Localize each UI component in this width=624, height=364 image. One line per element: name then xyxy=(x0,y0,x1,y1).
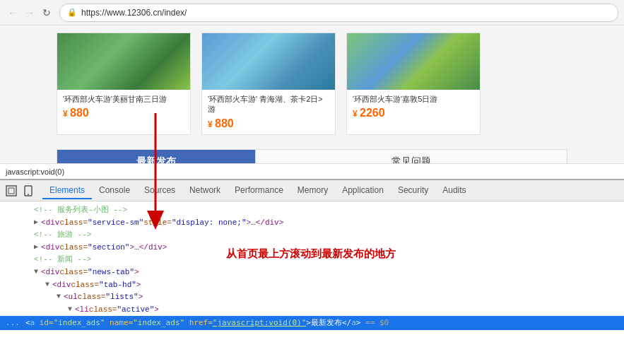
code-line-7[interactable]: ▼ <div class="tab-hd"> xyxy=(0,279,624,292)
tour-image-1 xyxy=(57,33,190,90)
forward-button[interactable]: → xyxy=(23,6,37,20)
tab-faq[interactable]: 常见问题 xyxy=(255,150,567,163)
devtools-tab-network[interactable]: Network xyxy=(182,182,228,199)
tour-title-2: '环西部火车游' 青海湖、茶卡2日>游 xyxy=(208,94,329,115)
code-line-1[interactable]: <!-- 服务列表-小图 --> xyxy=(0,204,624,217)
tour-price-1: ¥ 880 xyxy=(63,107,184,119)
tab-container: 最新发布 常见问题 xyxy=(57,149,567,163)
lock-icon: 🔒 xyxy=(67,8,77,17)
devtools-tab-application[interactable]: Application xyxy=(335,182,391,199)
device-toggle-button[interactable] xyxy=(21,184,35,198)
code-line-2[interactable]: ▶ <div class="service-sm" style="display… xyxy=(0,217,624,230)
tour-img-blue xyxy=(202,33,335,90)
toggle-6[interactable]: ▼ xyxy=(34,266,38,278)
yuan-sign-2: ¥ xyxy=(208,119,215,129)
tour-card-1[interactable]: '环西部火车游'美丽甘南三日游 ¥ 880 xyxy=(57,33,191,135)
toggle-4[interactable]: ▶ xyxy=(34,242,38,253)
devtools-panel: Elements Console Sources Network Perform… xyxy=(0,179,624,333)
devtools-tab-elements[interactable]: Elements xyxy=(42,182,92,199)
toggle-2[interactable]: ▶ xyxy=(34,217,38,228)
code-line-9[interactable]: ▼ <li class="active"> xyxy=(0,304,624,317)
tour-price-2: ¥ 880 xyxy=(208,117,329,130)
svg-rect-0 xyxy=(6,186,16,196)
devtools-tab-performance[interactable]: Performance xyxy=(228,182,290,199)
code-line-8[interactable]: ▼ <ul class="lists"> xyxy=(0,291,624,304)
inspect-element-button[interactable] xyxy=(4,184,18,198)
code-comment-5: <!-- 新闻 --> xyxy=(34,254,91,266)
toggle-8[interactable]: ▼ xyxy=(57,291,61,303)
code-line-4[interactable]: ▶ <div class="section">…</div> xyxy=(0,242,624,254)
code-comment-3: <!-- 旅游 --> xyxy=(34,229,91,242)
code-highlighted-content: <a id="index_ads" name="index_ads" href=… xyxy=(25,317,389,329)
svg-rect-1 xyxy=(8,188,14,194)
toggle-7[interactable]: ▼ xyxy=(45,279,49,290)
tour-title-3: '环西部火车游'嘉敦5日游 xyxy=(353,94,474,104)
tour-title-1: '环西部火车游'美丽甘南三日游 xyxy=(63,94,184,104)
yuan-sign-1: ¥ xyxy=(63,109,70,119)
devtools-tab-audits[interactable]: Audits xyxy=(435,182,473,199)
code-line-highlighted[interactable]: ... <a id="index_ads" name="index_ads" h… xyxy=(0,316,624,330)
tour-image-3 xyxy=(347,33,480,90)
tour-info-1: '环西部火车游'美丽甘南三日游 ¥ 880 xyxy=(57,90,190,124)
url-text: https://www.12306.cn/index/ xyxy=(81,8,187,18)
code-dots: ... xyxy=(6,317,20,329)
devtools-tab-console[interactable]: Console xyxy=(92,182,137,199)
address-bar[interactable]: 🔒 https://www.12306.cn/index/ xyxy=(59,4,618,22)
devtools-toolbar: Elements Console Sources Network Perform… xyxy=(0,180,624,201)
status-bar: javascript:void(0) xyxy=(0,163,624,179)
code-comment-1: <!-- 服务列表-小图 --> xyxy=(34,204,127,217)
tour-img-mixed xyxy=(347,33,480,90)
status-text: javascript:void(0) xyxy=(6,168,64,176)
devtools-tab-sources[interactable]: Sources xyxy=(137,182,182,199)
news-section: 最新发布 常见问题 ■ 公告 2020-03-16 ■ 关于优化电子客票退票流 … xyxy=(0,149,624,163)
yuan-sign-3: ¥ xyxy=(353,109,360,119)
devtools-tabs: Elements Console Sources Network Perform… xyxy=(42,182,473,199)
toggle-9[interactable]: ▼ xyxy=(68,304,72,315)
tour-card-2[interactable]: '环西部火车游' 青海湖、茶卡2日>游 ¥ 880 xyxy=(201,33,336,135)
nav-buttons: ← → ↻ xyxy=(6,6,54,20)
code-line-3[interactable]: <!-- 旅游 --> xyxy=(0,229,624,242)
website-content: '环西部火车游'美丽甘南三日游 ¥ 880 '环西部火车游' 青海湖、茶卡2日>… xyxy=(0,25,624,163)
tour-img-green xyxy=(57,33,190,90)
code-line-6[interactable]: ▼ <div class="news-tab"> xyxy=(0,266,624,279)
tour-card-3[interactable]: '环西部火车游'嘉敦5日游 ¥ 2260 xyxy=(346,33,481,135)
devtools-code: <!-- 服务列表-小图 --> ▶ <div class="service-s… xyxy=(0,201,624,333)
tour-image-2 xyxy=(202,33,335,90)
inspect-icon xyxy=(6,185,17,196)
tour-price-3: ¥ 2260 xyxy=(353,107,474,119)
back-button[interactable]: ← xyxy=(6,6,20,20)
tour-cards: '环西部火车游'美丽甘南三日游 ¥ 880 '环西部火车游' 青海湖、茶卡2日>… xyxy=(0,25,624,142)
tour-info-2: '环西部火车游' 青海湖、茶卡2日>游 ¥ 880 xyxy=(202,90,335,134)
tour-info-3: '环西部火车游'嘉敦5日游 ¥ 2260 xyxy=(347,90,480,124)
tab-latest[interactable]: 最新发布 xyxy=(57,150,255,163)
refresh-button[interactable]: ↻ xyxy=(40,6,54,20)
code-line-5[interactable]: <!-- 新闻 --> xyxy=(0,254,624,266)
svg-point-3 xyxy=(28,194,29,195)
devtools-tab-security[interactable]: Security xyxy=(391,182,435,199)
devtools-tab-memory[interactable]: Memory xyxy=(290,182,335,199)
browser-toolbar: ← → ↻ 🔒 https://www.12306.cn/index/ xyxy=(0,0,624,25)
device-icon xyxy=(23,185,33,196)
